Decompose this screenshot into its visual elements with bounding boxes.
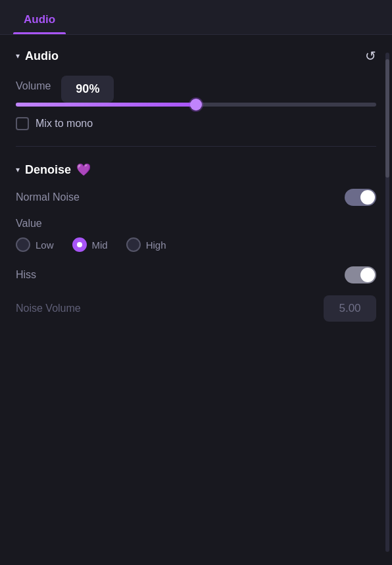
denoise-section: ▾ Denoise 💜 Normal Noise Value Low (0, 149, 392, 335)
app-container: Audio ▾ Audio ↺ Volume 90% (0, 0, 392, 565)
hiss-toggle-knob (360, 268, 375, 282)
volume-slider-fill (16, 103, 196, 107)
radio-circle-high (126, 237, 141, 252)
reset-icon[interactable]: ↺ (365, 48, 376, 64)
audio-chevron-icon: ▾ (16, 51, 20, 61)
hiss-label: Hiss (16, 269, 36, 281)
noise-volume-value-box[interactable]: 5.00 (324, 295, 376, 322)
volume-label: Volume (16, 80, 51, 92)
value-radio-group-container: Value Low Mid High (16, 218, 376, 252)
radio-label-mid: Mid (92, 239, 108, 251)
hiss-toggle[interactable] (345, 266, 376, 283)
hiss-row: Hiss (16, 266, 376, 283)
denoise-header-left: ▾ Denoise 💜 (16, 162, 91, 177)
audio-section-header[interactable]: ▾ Audio ↺ (16, 48, 376, 64)
mix-to-mono-row[interactable]: Mix to mono (16, 117, 376, 130)
radio-label-high: High (146, 239, 166, 251)
denoise-section-header[interactable]: ▾ Denoise 💜 (16, 162, 376, 177)
radio-label-low: Low (36, 239, 54, 251)
volume-value-box[interactable]: 90% (61, 76, 114, 103)
radio-option-mid[interactable]: Mid (72, 237, 108, 252)
denoise-section-title: Denoise (25, 163, 71, 177)
value-label: Value (16, 218, 376, 230)
radio-option-high[interactable]: High (126, 237, 166, 252)
normal-noise-row: Normal Noise (16, 189, 376, 206)
audio-section-title: Audio (25, 49, 59, 63)
volume-slider-thumb[interactable] (190, 99, 202, 111)
main-panel: ▾ Audio ↺ Volume 90% (0, 35, 392, 335)
radio-group: Low Mid High (16, 237, 376, 252)
normal-noise-toggle[interactable] (345, 189, 376, 206)
scrollbar[interactable] (385, 53, 389, 552)
scrollbar-thumb[interactable] (385, 59, 389, 178)
noise-volume-label: Noise Volume (16, 303, 81, 314)
mix-to-mono-checkbox[interactable] (16, 117, 29, 130)
audio-header-left: ▾ Audio (16, 49, 59, 63)
denoise-chevron-icon: ▾ (16, 165, 20, 174)
section-divider (16, 146, 376, 147)
volume-slider-track (16, 103, 376, 107)
mix-to-mono-label: Mix to mono (36, 118, 93, 130)
radio-circle-mid (72, 237, 87, 252)
tab-audio[interactable]: Audio (13, 8, 66, 34)
tab-bar: Audio (0, 0, 392, 35)
diamond-badge-icon: 💜 (76, 162, 91, 177)
volume-control: Volume 90% (16, 76, 376, 107)
volume-slider-container[interactable] (16, 103, 376, 107)
radio-option-low[interactable]: Low (16, 237, 54, 252)
audio-section: ▾ Audio ↺ Volume 90% (0, 35, 392, 143)
normal-noise-toggle-knob (360, 190, 375, 205)
noise-volume-row: Noise Volume 5.00 (16, 295, 376, 322)
normal-noise-label: Normal Noise (16, 191, 80, 203)
radio-circle-low (16, 237, 30, 252)
